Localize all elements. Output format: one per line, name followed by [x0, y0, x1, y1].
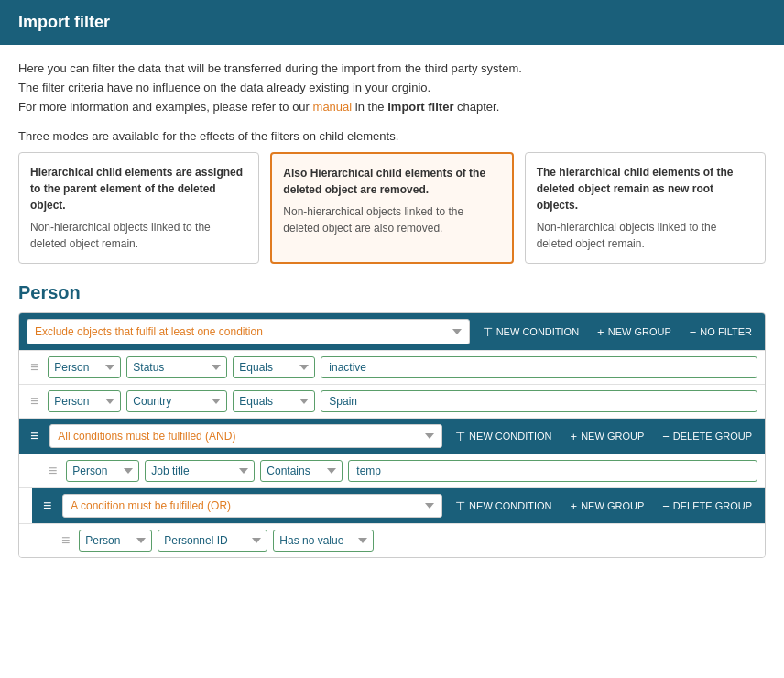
- group-1: ≡ All conditions must be fulfilled (AND)…: [19, 418, 765, 557]
- new-group-label: NEW GROUP: [608, 326, 671, 337]
- group-1-toolbar: ≡ All conditions must be fulfilled (AND)…: [19, 419, 765, 454]
- mode-2-title: Also Hierarchical child elements of the …: [283, 165, 500, 198]
- subgroup-drag-handle[interactable]: ≡: [39, 498, 55, 514]
- drag-handle-2[interactable]: ≡: [27, 393, 42, 410]
- filter-icon: ⊤: [483, 325, 493, 339]
- drag-handle-personnel[interactable]: ≡: [58, 532, 73, 549]
- operator-select-1[interactable]: Equals: [233, 356, 315, 378]
- entity-select-1[interactable]: Person: [48, 356, 121, 378]
- filter-icon-g1: ⊤: [455, 430, 465, 443]
- drag-handle-jobtitle[interactable]: ≡: [45, 463, 60, 479]
- subgroup-delete-button[interactable]: − DELETE GROUP: [657, 496, 757, 517]
- new-group-button[interactable]: + NEW GROUP: [592, 322, 677, 343]
- description-block: Here you can filter the data that will b…: [18, 60, 766, 116]
- header-title: Import filter: [18, 13, 110, 31]
- subgroup-new-condition-button[interactable]: ⊤ NEW CONDITION: [450, 496, 557, 517]
- new-condition-label: NEW CONDITION: [496, 326, 579, 337]
- entity-select-jobtitle[interactable]: Person: [66, 460, 139, 482]
- operator-select-2[interactable]: Equals: [233, 390, 315, 412]
- condition-row-personnel: ≡ Person Personnel ID Has no value: [19, 523, 765, 557]
- desc-line3-prefix: For more information and examples, pleas…: [18, 100, 313, 114]
- group-1-new-condition-label: NEW CONDITION: [469, 431, 551, 442]
- field-select-2[interactable]: Country: [126, 390, 227, 412]
- new-condition-button[interactable]: ⊤ NEW CONDITION: [477, 322, 584, 343]
- subgroup-new-group-button[interactable]: + NEW GROUP: [565, 496, 650, 517]
- no-filter-button[interactable]: − NO FILTER: [684, 322, 757, 343]
- manual-link[interactable]: manual: [313, 100, 353, 114]
- mode-3-title: The hierarchical child elements of the d…: [537, 164, 754, 213]
- field-select-personnel[interactable]: Personnel ID: [158, 530, 267, 552]
- mode-3-body: Non-hierarchical objects linked to the d…: [537, 221, 717, 250]
- subgroup-or: ≡ A condition must be fulfilled (OR) ⊤ N…: [19, 487, 765, 557]
- filter-icon-sub: ⊤: [455, 499, 465, 513]
- modes-intro: Three modes are available for the effect…: [18, 129, 766, 143]
- mode-2-body: Non-hierarchical objects linked to the d…: [283, 205, 463, 235]
- value-input-jobtitle[interactable]: [348, 460, 757, 482]
- desc-line3-end: chapter.: [453, 100, 499, 114]
- subgroup-delete-label: DELETE GROUP: [673, 500, 752, 511]
- group-1-drag-handle[interactable]: ≡: [27, 428, 42, 444]
- subgroup-or-toolbar: ≡ A condition must be fulfilled (OR) ⊤ N…: [32, 488, 765, 523]
- group-1-delete-label: DELETE GROUP: [673, 431, 752, 442]
- minus-icon-sub: −: [662, 499, 670, 513]
- main-filter-select[interactable]: Exclude objects that fulfil at least one…: [27, 319, 470, 344]
- group-1-new-group-label: NEW GROUP: [581, 431, 644, 442]
- desc-line1: Here you can filter the data that will b…: [18, 61, 522, 75]
- value-input-2[interactable]: [321, 390, 757, 412]
- mode-1-body: Non-hierarchical objects linked to the d…: [30, 221, 211, 250]
- plus-icon: +: [597, 325, 604, 339]
- section-title: Person: [18, 282, 766, 303]
- mode-1-title: Hierarchical child elements are assigned…: [30, 164, 247, 213]
- desc-bold: Import filter: [387, 100, 453, 114]
- mode-card-1[interactable]: Hierarchical child elements are assigned…: [18, 152, 259, 264]
- condition-row-jobtitle: ≡ Person Job title Contains: [19, 454, 765, 487]
- subgroup-new-group-label: NEW GROUP: [581, 500, 644, 511]
- group-1-new-condition-button[interactable]: ⊤ NEW CONDITION: [450, 426, 557, 447]
- value-input-1[interactable]: [321, 356, 757, 378]
- field-select-jobtitle[interactable]: Job title: [145, 460, 255, 482]
- operator-select-jobtitle[interactable]: Contains: [260, 460, 343, 482]
- group-1-select[interactable]: All conditions must be fulfilled (AND): [49, 424, 442, 448]
- desc-line3-suffix: in the: [352, 100, 387, 114]
- no-filter-label: NO FILTER: [700, 326, 752, 337]
- mode-card-2[interactable]: Also Hierarchical child elements of the …: [270, 152, 513, 264]
- filter-container: Exclude objects that fulfil at least one…: [18, 312, 766, 558]
- field-select-1[interactable]: Status: [126, 356, 227, 378]
- group-1-new-group-button[interactable]: + NEW GROUP: [565, 426, 650, 447]
- desc-line2: The filter criteria have no influence on…: [18, 81, 430, 94]
- subgroup-or-select[interactable]: A condition must be fulfilled (OR): [62, 494, 442, 518]
- mode-card-3[interactable]: The hierarchical child elements of the d…: [525, 152, 766, 264]
- drag-handle-1[interactable]: ≡: [27, 359, 42, 376]
- header: Import filter: [0, 0, 784, 45]
- modes-container: Hierarchical child elements are assigned…: [18, 152, 766, 264]
- condition-row-country: ≡ Person Country Equals: [19, 384, 765, 418]
- group-1-delete-button[interactable]: − DELETE GROUP: [657, 426, 757, 447]
- subgroup-new-condition-label: NEW CONDITION: [469, 500, 551, 511]
- minus-icon-g1: −: [662, 430, 670, 443]
- plus-icon-sub: +: [571, 499, 578, 513]
- plus-icon-g1: +: [571, 430, 578, 443]
- entity-select-2[interactable]: Person: [48, 390, 121, 412]
- main-toolbar: Exclude objects that fulfil at least one…: [19, 313, 765, 350]
- entity-select-personnel[interactable]: Person: [79, 530, 152, 552]
- condition-row-status: ≡ Person Status Equals: [19, 350, 765, 384]
- minus-icon: −: [690, 325, 697, 339]
- operator-select-personnel[interactable]: Has no value: [273, 530, 374, 552]
